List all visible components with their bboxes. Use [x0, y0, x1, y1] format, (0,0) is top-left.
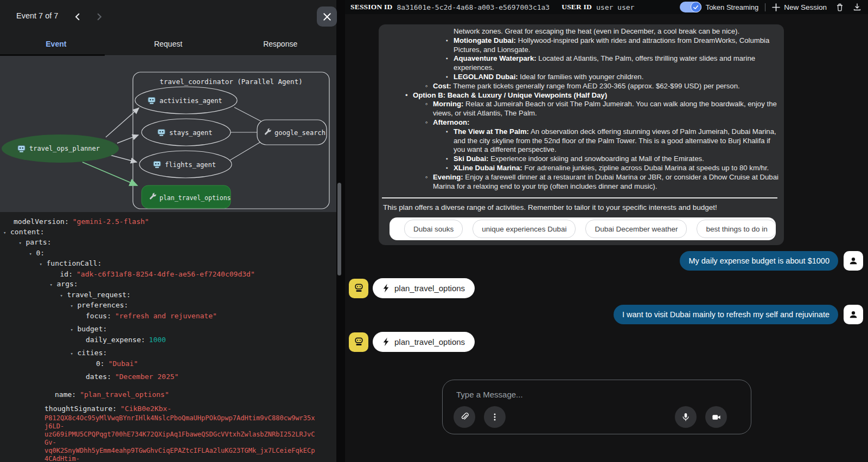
robot-icon — [154, 162, 161, 168]
node-stays-label: stays_agent — [169, 129, 212, 137]
json-key: modelVersion: — [14, 217, 69, 226]
json-tree-line: j6LD- — [0, 422, 336, 431]
function-call-label: plan_travel_options — [394, 337, 465, 347]
export-session-button[interactable] — [853, 3, 861, 11]
item-bold-text: Ski Dubai: — [454, 155, 488, 163]
collapse-arrow-icon[interactable]: ▾ — [29, 249, 36, 259]
node-google-search-label: google_search — [275, 129, 326, 137]
json-key: 0: — [96, 360, 105, 368]
code-tree: modelVersion:"gemini-2.5-flash"▾content:… — [0, 217, 336, 462]
markdown-list-item: Aquaventure Waterpark: Located at Atlant… — [446, 54, 780, 73]
markdown-list-item: Afternoon: — [425, 118, 780, 127]
collapse-arrow-icon[interactable]: ▾ — [40, 259, 47, 270]
search-suggestion-chip[interactable]: best things to do in — [697, 220, 776, 238]
json-tree-line: P812QX8c4Oc95yMlVwqBYnrIHlk4NslcPboQmaUH… — [0, 414, 336, 422]
json-value: j6LD- — [44, 422, 64, 430]
more-options-button[interactable] — [484, 406, 506, 428]
item-text: Network zones. Great for escaping the he… — [454, 27, 739, 35]
microphone-button[interactable] — [675, 406, 697, 428]
token-streaming-toggle[interactable] — [680, 2, 701, 12]
json-key: daily_expense: — [86, 336, 145, 344]
item-text: Enjoy a farewell dinner at a restaurant … — [433, 173, 778, 190]
tab-response[interactable]: Response — [224, 33, 336, 55]
search-suggestion-chip[interactable]: unique experiences Dubai — [473, 220, 576, 238]
event-detail-header: Event 7 of 7 — [0, 0, 336, 33]
json-tree-line: id:"adk-c6f31af8-8254-4dfe-ae56-ef7240c0… — [0, 270, 336, 280]
markdown-list-item: Network zones. Great for escaping the he… — [446, 27, 780, 36]
collapse-arrow-icon[interactable]: ▾ — [19, 238, 26, 248]
robot-icon — [158, 130, 165, 136]
json-tree-line: ▾preferences: — [0, 300, 336, 311]
item-bold-text: LEGOLAND Dubai: — [454, 73, 518, 81]
robot-icon — [353, 336, 365, 348]
item-text: Relax at Jumeirah Beach or visit The Pal… — [433, 100, 777, 117]
json-key: preferences: — [78, 301, 129, 309]
json-key: parts: — [26, 238, 52, 246]
markdown-list-item: Option B: Beach & Luxury / Unique Viewpo… — [405, 91, 780, 100]
json-tree-line: ▾args: — [0, 279, 336, 290]
json-tree-line: Gv- — [0, 439, 336, 447]
search-suggestion-chip[interactable]: Dubai souks — [404, 220, 463, 238]
tab-request[interactable]: Request — [112, 33, 225, 55]
json-tree-line: dates:"December 2025" — [0, 372, 336, 382]
user-message-row: My daily expense budget is about $1000 — [680, 251, 863, 271]
item-text: Ideal for families with younger children… — [518, 73, 644, 81]
collapse-arrow-icon[interactable]: ▾ — [50, 280, 57, 290]
json-key: name: — [55, 390, 76, 399]
json-tree-line: ▾budget: — [0, 324, 336, 335]
collapse-arrow-icon[interactable]: ▾ — [71, 349, 78, 359]
function-call-chip[interactable]: plan_travel_options — [373, 278, 475, 298]
item-bold-text: Evening: — [433, 173, 463, 181]
input-buttons — [454, 406, 727, 428]
function-call-row: plan_travel_options — [349, 278, 475, 298]
group-label: travel_coordinator (Parallel Agent) — [159, 78, 302, 86]
tab-event[interactable]: Event — [0, 33, 112, 55]
json-value: Gv- — [44, 439, 56, 446]
delete-session-button[interactable] — [835, 3, 844, 12]
edge-planner-plan-tool — [82, 162, 137, 185]
json-key: content: — [10, 228, 44, 236]
collapse-arrow-icon[interactable]: ▾ — [60, 291, 67, 301]
close-icon — [323, 12, 331, 21]
json-tree-line: uzG69iPMU5CPQPqgt700hE734K72QXipAq1Fbawe… — [0, 431, 336, 439]
json-key: id: — [60, 270, 73, 278]
attach-file-button[interactable] — [454, 406, 475, 428]
more-vert-icon — [490, 413, 499, 421]
markdown-list-item: XLine Dubai Marina: For adrenaline junki… — [446, 164, 780, 173]
json-tree-line: name:"plan_travel_options" — [0, 390, 336, 400]
left-panel-scrollbar[interactable] — [337, 183, 341, 275]
json-tree-line: ▾parts: — [0, 238, 336, 248]
json-value: "gemini-2.5-flash" — [73, 217, 149, 226]
video-button[interactable] — [705, 406, 727, 428]
json-value: vq0K2SnyWDhh5yEmm4eahp9TGwGhvCiqEPAZtcIF… — [44, 447, 315, 454]
close-panel-button[interactable] — [317, 7, 337, 27]
json-key: travel_request: — [67, 291, 131, 299]
collapse-arrow-icon[interactable]: ▾ — [71, 325, 78, 335]
collapse-arrow-icon[interactable]: ▾ — [3, 228, 10, 238]
new-session-button[interactable]: New Session — [772, 3, 827, 11]
collapse-arrow-icon[interactable]: ▾ — [71, 301, 78, 311]
json-tree-line: focus:"refresh and rejuvenate" — [0, 311, 336, 322]
item-bold-text: The View at The Palm: — [454, 127, 529, 136]
search-suggestion-chip[interactable]: Dubai December weather — [585, 220, 687, 238]
session-id-value: 8a31601e-5c2d-4a68-a003-e5697003c1a3 — [397, 3, 550, 11]
markdown-list-item: The View at The Palm: An observation dec… — [446, 127, 780, 155]
trash-icon — [835, 3, 844, 12]
edge-flights-search — [229, 142, 260, 161]
bolt-icon — [382, 337, 390, 347]
json-tree-line: daily_expense:1000 — [0, 335, 336, 345]
markdown-list-item: Ski Dubai: Experience indoor skiing and … — [446, 155, 780, 164]
json-value: 4CAdHtim- — [44, 455, 80, 462]
previous-event-button[interactable] — [71, 10, 85, 24]
download-icon — [853, 3, 861, 11]
next-event-button[interactable] — [92, 10, 106, 24]
suggestion-chips: Dubai souksunique experiences DubaiDubai… — [404, 220, 776, 238]
item-bold-text: Cost: — [433, 82, 451, 90]
json-key: budget: — [78, 325, 107, 333]
json-tree-line: ▾content: — [0, 227, 336, 238]
json-value: "CikB0e2Kbx- — [120, 405, 171, 413]
item-bold-text: Morning: — [433, 100, 463, 108]
message-input[interactable] — [455, 389, 674, 400]
function-call-chip[interactable]: plan_travel_options — [373, 332, 475, 352]
edge-planner-activities — [106, 108, 139, 137]
